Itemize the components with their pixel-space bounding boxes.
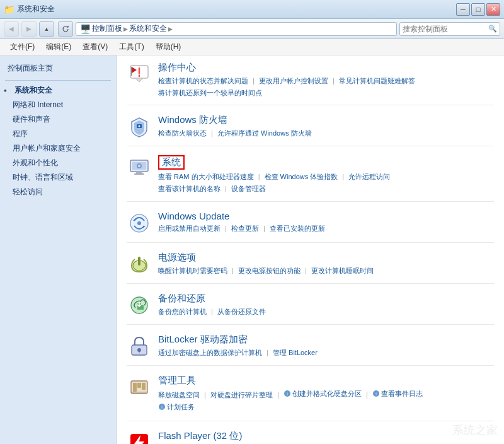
search-input[interactable] [403,25,486,33]
menu-tools[interactable]: 工具(T) [114,40,149,54]
menu-help[interactable]: 帮助(H) [151,40,186,54]
section-firewall: Windows 防火墙 检查防火墙状态 | 允许程序通过 Windows 防火墙 [127,114,494,146]
title-bar-left: 📁 系统和安全 [4,4,55,15]
power-title[interactable]: 电源选项 [158,252,196,264]
bitlocker-link-2[interactable]: 管理 BitLocker [273,349,318,356]
action-center-title[interactable]: 操作中心 [158,62,196,74]
action-center-content: 操作中心 检查计算机的状态并解决问题 | 更改用户帐户控制设置 | 常见计算机问… [158,62,494,98]
sidebar-item-users[interactable]: 用户帐户和家庭安全 [0,141,116,156]
system-title[interactable]: 系统 [158,155,185,170]
svg-rect-21 [139,350,140,353]
search-bar[interactable]: 🔍 [399,22,500,36]
refresh-button[interactable] [58,21,73,37]
firewall-link-2[interactable]: 允许程序通过 Windows 防火墙 [217,129,312,137]
sidebar: 控制面板主页 系统和安全 网络和 Internet 硬件和声音 程序 用户帐户和… [0,56,117,444]
sidebar-item-clock[interactable]: 时钟、语言和区域 [0,170,116,185]
section-bitlocker: BitLocker 驱动器加密 通过加密磁盘上的数据保护计算机 | 管理 Bit… [127,334,494,366]
backup-link-2[interactable]: 从备份还原文件 [217,308,266,315]
system-link-1[interactable]: 查看 RAM 的大小和处理器速度 [158,173,254,180]
svg-rect-10 [134,173,144,175]
sidebar-item-hardware[interactable]: 硬件和声音 [0,112,116,127]
backup-content: 备份和还原 备份您的计算机 | 从备份还原文件 [158,293,494,318]
flash-title[interactable]: Flash Player (32 位) [158,430,242,442]
bitlocker-content: BitLocker 驱动器加密 通过加密磁盘上的数据保护计算机 | 管理 Bit… [158,334,494,359]
backup-icon [127,293,152,318]
sidebar-item-system-security[interactable]: 系统和安全 [0,83,116,98]
system-link-4[interactable]: 查看该计算机的名称 [158,185,220,192]
admin-link-5[interactable]: 计划任务 [167,401,195,413]
windows-update-content: Windows Update 启用或禁用自动更新 | 检查更新 | 查看已安装的… [158,211,494,235]
admin-tools-links: 释放磁盘空间 | 对硬盘进行碎片整理 | i 创建并格式化硬盘分区 | i 查看… [158,388,494,414]
menu-file[interactable]: 文件(F) [5,40,40,54]
action-center-link-4[interactable]: 将计算机还原到一个较早的时间点 [158,89,262,96]
admin-tools-content: 管理工具 释放磁盘空间 | 对硬盘进行碎片整理 | i 创建并格式化硬盘分区 |… [158,375,494,414]
section-admin-tools: 管理工具 释放磁盘空间 | 对硬盘进行碎片整理 | i 创建并格式化硬盘分区 |… [127,375,494,421]
breadcrumb-child[interactable]: 系统和安全 [129,23,167,34]
forward-button[interactable]: ▶ [21,21,37,37]
up-button[interactable]: ▲ [39,21,54,37]
bitlocker-title[interactable]: BitLocker 驱动器加密 [158,334,248,346]
admin-link-3[interactable]: 创建并格式化硬盘分区 [292,388,362,400]
action-center-link-2[interactable]: 更改用户帐户控制设置 [259,77,328,85]
wu-link-2[interactable]: 检查更新 [231,225,259,232]
sidebar-item-label: 外观和个性化 [13,158,58,168]
svg-point-12 [138,165,140,167]
power-link-1[interactable]: 唤醒计算机时需要密码 [158,267,227,274]
breadcrumb-icon: 🖥️ [80,24,91,34]
sidebar-main-link[interactable]: 控制面板主页 [0,61,116,78]
firewall-link-1[interactable]: 检查防火墙状态 [158,129,207,137]
firewall-title[interactable]: Windows 防火墙 [158,114,227,126]
backup-link-1[interactable]: 备份您的计算机 [158,308,207,315]
close-button[interactable]: ✕ [486,3,500,16]
bitlocker-icon [127,334,152,359]
back-button[interactable]: ◀ [4,21,19,37]
power-link-3[interactable]: 更改计算机睡眠时间 [311,267,374,274]
power-links: 唤醒计算机时需要密码 | 更改电源按钮的功能 | 更改计算机睡眠时间 [158,265,494,277]
system-icon [127,155,152,180]
sidebar-item-network[interactable]: 网络和 Internet [0,98,116,112]
system-link-2[interactable]: 检查 Windows 体验指数 [265,173,338,180]
wu-link-3[interactable]: 查看已安装的更新 [270,225,325,232]
sidebar-item-label: 网络和 Internet [13,100,63,110]
section-backup: 备份和还原 备份您的计算机 | 从备份还原文件 [127,293,494,325]
admin-link-1[interactable]: 释放磁盘空间 [158,391,200,399]
system-link-3[interactable]: 允许远程访问 [348,173,390,180]
admin-tools-icon [127,375,152,400]
menu-edit[interactable]: 编辑(E) [41,40,76,54]
sidebar-item-label: 硬件和声音 [13,114,50,125]
windows-update-links: 启用或禁用自动更新 | 检查更新 | 查看已安装的更新 [158,223,494,235]
admin-link-4[interactable]: 查看事件日志 [381,388,423,400]
action-center-links: 检查计算机的状态并解决问题 | 更改用户帐户控制设置 | 常见计算机问题疑难解答… [158,75,494,98]
breadcrumb-root[interactable]: 控制面板 [92,23,122,34]
action-center-link-1[interactable]: 检查计算机的状态并解决问题 [158,77,248,85]
backup-title[interactable]: 备份和还原 [158,293,205,305]
bitlocker-links: 通过加密磁盘上的数据保护计算机 | 管理 BitLocker [158,347,494,359]
section-power: 电源选项 唤醒计算机时需要密码 | 更改电源按钮的功能 | 更改计算机睡眠时间 [127,252,494,284]
breadcrumb[interactable]: 🖥️ 控制面板 ▶ 系统和安全 ▶ [76,22,397,36]
sidebar-item-accessibility[interactable]: 轻松访问 [0,185,116,199]
maximize-button[interactable]: □ [471,3,485,16]
admin-link-2[interactable]: 对硬盘进行碎片整理 [210,391,273,399]
svg-rect-24 [137,383,141,388]
section-windows-update: Windows Update 启用或禁用自动更新 | 检查更新 | 查看已安装的… [127,211,494,243]
window-title: 系统和安全 [17,4,55,15]
wu-link-1[interactable]: 启用或禁用自动更新 [158,225,220,232]
system-link-5[interactable]: 设备管理器 [231,185,266,192]
minimize-button[interactable]: ─ [456,3,470,16]
title-bar: 📁 系统和安全 ─ □ ✕ [0,0,504,19]
action-center-link-3[interactable]: 常见计算机问题疑难解答 [339,77,415,85]
firewall-content: Windows 防火墙 检查防火墙状态 | 允许程序通过 Windows 防火墙 [158,114,494,139]
power-link-2[interactable]: 更改电源按钮的功能 [238,267,301,274]
flash-icon [127,430,152,444]
svg-rect-23 [133,383,137,392]
menu-view[interactable]: 查看(V) [77,40,113,54]
sidebar-item-programs[interactable]: 程序 [0,127,116,141]
main-layout: 控制面板主页 系统和安全 网络和 Internet 硬件和声音 程序 用户帐户和… [0,56,504,444]
sidebar-item-appearance[interactable]: 外观和个性化 [0,156,116,170]
window-icon: 📁 [4,4,14,15]
system-content: 系统 查看 RAM 的大小和处理器速度 | 检查 Windows 体验指数 | … [158,155,494,194]
bitlocker-link-1[interactable]: 通过加密磁盘上的数据保护计算机 [158,349,262,356]
admin-tools-title[interactable]: 管理工具 [158,375,196,387]
svg-point-6 [139,126,140,127]
windows-update-title[interactable]: Windows Update [158,211,229,221]
